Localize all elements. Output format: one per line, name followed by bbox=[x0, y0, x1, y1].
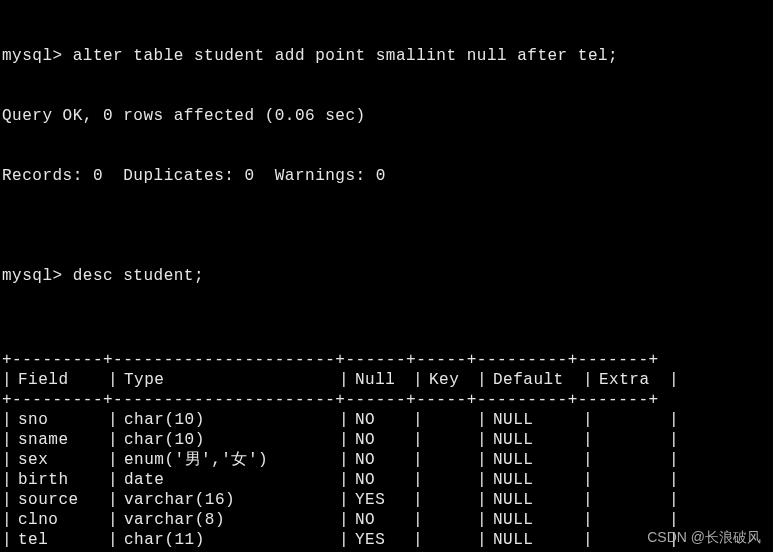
cell-null: NO bbox=[349, 470, 413, 490]
table-border: | bbox=[583, 470, 593, 490]
col-header-default: Default bbox=[487, 370, 583, 390]
cell-default: NULL bbox=[487, 410, 583, 430]
cell-field: source bbox=[12, 490, 108, 510]
table-border: | bbox=[669, 470, 679, 490]
table-row: |source|varchar(16)|YES||NULL|| bbox=[2, 490, 771, 510]
table-border: | bbox=[108, 430, 118, 450]
table-border: | bbox=[583, 430, 593, 450]
prompt: mysql> bbox=[2, 267, 63, 285]
cell-key bbox=[423, 510, 477, 530]
prompt: mysql> bbox=[2, 47, 63, 65]
table-border: | bbox=[413, 450, 423, 470]
table-border: | bbox=[413, 410, 423, 430]
table-border-mid: +---------+----------------------+------… bbox=[2, 390, 771, 410]
table-border: | bbox=[669, 370, 679, 390]
table-border: | bbox=[2, 510, 12, 530]
command-line-2: mysql> desc student; bbox=[2, 266, 771, 286]
col-header-extra: Extra bbox=[593, 370, 669, 390]
cell-field: sno bbox=[12, 410, 108, 430]
watermark: CSDN @长浪破风 bbox=[647, 529, 761, 547]
table-border: | bbox=[108, 530, 118, 550]
table-border: | bbox=[413, 530, 423, 550]
table-border: | bbox=[477, 490, 487, 510]
cell-extra bbox=[593, 450, 669, 470]
command-text: alter table student add point smallint n… bbox=[63, 47, 619, 65]
table-border: | bbox=[583, 450, 593, 470]
table-border: | bbox=[477, 370, 487, 390]
cell-default: NULL bbox=[487, 530, 583, 550]
cell-key bbox=[423, 530, 477, 550]
table-border: | bbox=[108, 450, 118, 470]
cell-key bbox=[423, 490, 477, 510]
command-line-1: mysql> alter table student add point sma… bbox=[2, 46, 771, 66]
table-border: | bbox=[477, 410, 487, 430]
table-border: | bbox=[583, 490, 593, 510]
table-border: | bbox=[477, 450, 487, 470]
table-border: | bbox=[413, 510, 423, 530]
table-border: | bbox=[339, 430, 349, 450]
cell-extra bbox=[593, 410, 669, 430]
table-border: | bbox=[413, 430, 423, 450]
table-row: |clno|varchar(8)|NO||NULL|| bbox=[2, 510, 771, 530]
cell-extra bbox=[593, 510, 669, 530]
cell-type: char(10) bbox=[118, 430, 339, 450]
cell-default: NULL bbox=[487, 450, 583, 470]
cell-default: NULL bbox=[487, 510, 583, 530]
table-border: | bbox=[477, 470, 487, 490]
cell-key bbox=[423, 470, 477, 490]
table-border: | bbox=[339, 490, 349, 510]
terminal[interactable]: mysql> alter table student add point sma… bbox=[0, 0, 773, 552]
table-border: | bbox=[339, 470, 349, 490]
table-border: | bbox=[108, 370, 118, 390]
table-border: | bbox=[108, 470, 118, 490]
cell-null: YES bbox=[349, 530, 413, 550]
cell-null: NO bbox=[349, 410, 413, 430]
cell-type: varchar(8) bbox=[118, 510, 339, 530]
table-border: | bbox=[2, 530, 12, 550]
col-header-type: Type bbox=[118, 370, 339, 390]
cell-null: NO bbox=[349, 430, 413, 450]
cell-default: NULL bbox=[487, 470, 583, 490]
result-line-2: Records: 0 Duplicates: 0 Warnings: 0 bbox=[2, 166, 771, 186]
cell-extra bbox=[593, 430, 669, 450]
table-border: | bbox=[108, 410, 118, 430]
table-border-top: +---------+----------------------+------… bbox=[2, 350, 771, 370]
col-header-null: Null bbox=[349, 370, 413, 390]
cell-field: sex bbox=[12, 450, 108, 470]
table-border: | bbox=[2, 450, 12, 470]
cell-key bbox=[423, 410, 477, 430]
table-row: |birth|date|NO||NULL|| bbox=[2, 470, 771, 490]
cell-type: date bbox=[118, 470, 339, 490]
table-border: | bbox=[339, 510, 349, 530]
cell-type: char(11) bbox=[118, 530, 339, 550]
cell-extra bbox=[593, 490, 669, 510]
describe-table: +---------+----------------------+------… bbox=[2, 350, 771, 552]
table-border: | bbox=[108, 510, 118, 530]
cell-null: NO bbox=[349, 510, 413, 530]
cell-key bbox=[423, 430, 477, 450]
table-border: | bbox=[669, 510, 679, 530]
table-border: | bbox=[339, 530, 349, 550]
table-border: | bbox=[2, 470, 12, 490]
table-border: | bbox=[669, 490, 679, 510]
table-header-row: | Field | Type | Null | Key | Default | … bbox=[2, 370, 771, 390]
cell-type: varchar(16) bbox=[118, 490, 339, 510]
table-row: |sno|char(10)|NO||NULL|| bbox=[2, 410, 771, 430]
cell-type: char(10) bbox=[118, 410, 339, 430]
table-border: | bbox=[2, 410, 12, 430]
table-border: | bbox=[583, 370, 593, 390]
table-border: | bbox=[477, 510, 487, 530]
cell-field: tel bbox=[12, 530, 108, 550]
table-border: | bbox=[583, 410, 593, 430]
cell-key bbox=[423, 450, 477, 470]
table-border: | bbox=[413, 470, 423, 490]
col-header-field: Field bbox=[12, 370, 108, 390]
table-border: | bbox=[413, 490, 423, 510]
table-border: | bbox=[413, 370, 423, 390]
table-border: | bbox=[477, 430, 487, 450]
cell-null: YES bbox=[349, 490, 413, 510]
table-border: | bbox=[669, 430, 679, 450]
table-border: | bbox=[339, 370, 349, 390]
cell-default: NULL bbox=[487, 430, 583, 450]
cell-type: enum('男','女') bbox=[118, 450, 339, 470]
